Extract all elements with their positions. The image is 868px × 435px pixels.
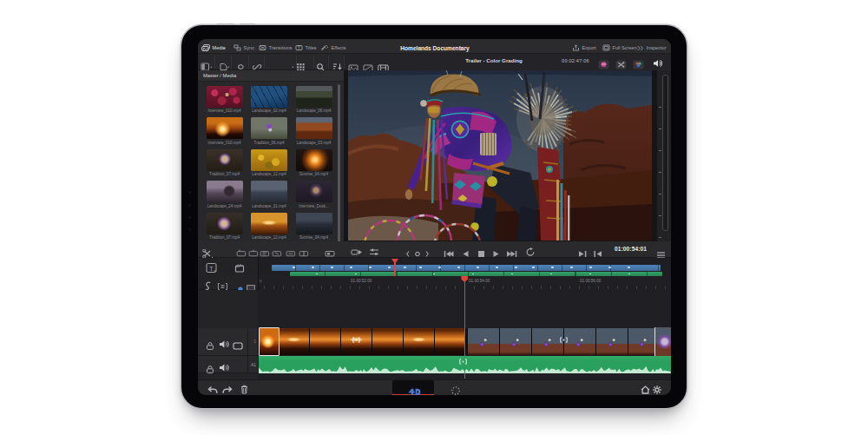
svg-text:T: T [209, 265, 214, 271]
svg-text:T: T [298, 45, 300, 50]
